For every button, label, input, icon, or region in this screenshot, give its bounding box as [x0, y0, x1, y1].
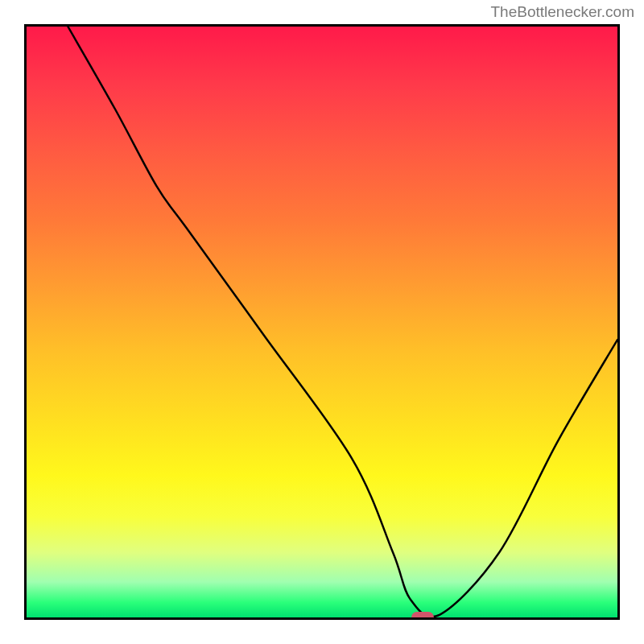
chart-area [24, 24, 620, 620]
optimal-point-marker [411, 612, 434, 620]
attribution-text: TheBottlenecker.com [491, 3, 634, 21]
bottleneck-curve [27, 27, 617, 617]
